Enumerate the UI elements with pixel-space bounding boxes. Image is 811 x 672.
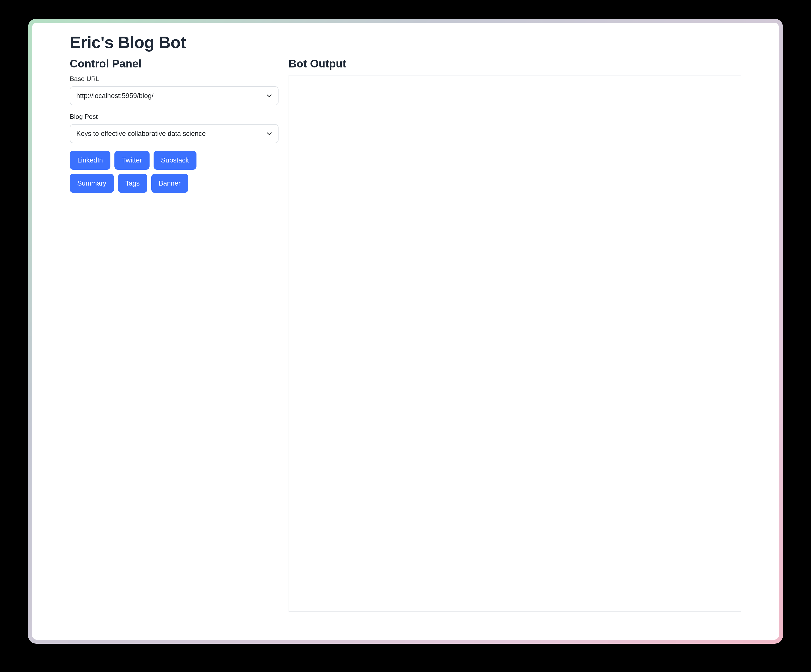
window-frame: Eric's Blog Bot Control Panel Base URL h… [28, 19, 783, 644]
linkedin-button[interactable]: LinkedIn [70, 151, 110, 170]
content-container: Eric's Blog Bot Control Panel Base URL h… [32, 23, 779, 640]
main-columns: Control Panel Base URL http://localhost:… [70, 58, 741, 611]
bot-output-panel [288, 75, 741, 611]
app-scroll-area[interactable]: Eric's Blog Bot Control Panel Base URL h… [32, 23, 779, 640]
control-panel-heading: Control Panel [70, 58, 278, 70]
banner-button[interactable]: Banner [151, 174, 188, 193]
base-url-select-wrap: http://localhost:5959/blog/ [70, 86, 278, 105]
blog-post-select-wrap: Keys to effective collaborative data sci… [70, 124, 278, 143]
twitter-button[interactable]: Twitter [114, 151, 149, 170]
substack-button[interactable]: Substack [154, 151, 197, 170]
bot-output-heading: Bot Output [288, 58, 741, 70]
page-title: Eric's Blog Bot [70, 33, 741, 52]
blog-post-label: Blog Post [70, 113, 278, 120]
tags-button[interactable]: Tags [118, 174, 147, 193]
base-url-select[interactable]: http://localhost:5959/blog/ [70, 86, 278, 105]
bot-output-column: Bot Output [288, 58, 741, 611]
scroll-spacer [70, 611, 741, 640]
summary-button[interactable]: Summary [70, 174, 114, 193]
button-row-2: Summary Tags Banner [70, 174, 278, 193]
button-row-1: LinkedIn Twitter Substack [70, 151, 278, 170]
app-window: Eric's Blog Bot Control Panel Base URL h… [32, 23, 779, 640]
control-panel: Control Panel Base URL http://localhost:… [70, 58, 278, 611]
base-url-label: Base URL [70, 75, 278, 83]
blog-post-select[interactable]: Keys to effective collaborative data sci… [70, 124, 278, 143]
